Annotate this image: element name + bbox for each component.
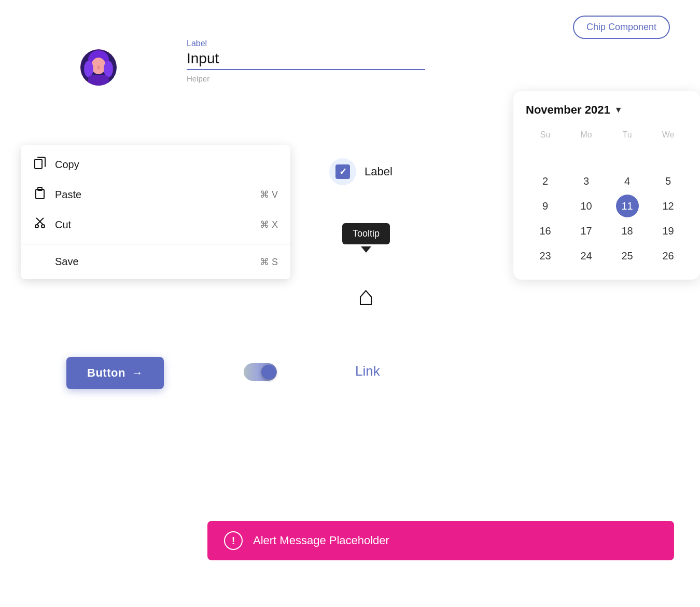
calendar: November 2021 ▼ Su Mo Tu We 2 3 4 5 9 10… (513, 91, 700, 280)
cal-day-9[interactable]: 9 (534, 195, 557, 217)
menu-item-save-label: Save (55, 256, 79, 268)
avatar-section (80, 49, 117, 86)
input-helper: Helper (187, 74, 425, 83)
avatar (80, 49, 117, 86)
input-field-wrapper (187, 50, 425, 70)
alert-banner: ! Alert Message Placeholder (207, 521, 674, 560)
main-button[interactable]: Button → (66, 357, 164, 389)
svg-point-5 (104, 61, 113, 77)
checkbox-label: Label (365, 165, 393, 178)
copy-icon (33, 157, 47, 172)
svg-line-13 (40, 222, 43, 225)
context-menu: Copy Paste ⌘ V (21, 145, 290, 279)
cal-header-su: Su (526, 127, 565, 143)
cal-day-23[interactable]: 23 (534, 244, 557, 267)
toggle-thumb (261, 365, 276, 379)
cal-day-empty-3 (616, 145, 639, 168)
tooltip-bubble: Tooltip (342, 223, 390, 244)
svg-point-3 (97, 65, 100, 70)
cal-day-10[interactable]: 10 (575, 195, 598, 217)
alert-message: Alert Message Placeholder (253, 534, 389, 547)
menu-item-paste-shortcut: ⌘ V (260, 189, 278, 200)
tooltip-text: Tooltip (353, 228, 380, 239)
menu-item-cut[interactable]: Cut ⌘ X (21, 210, 290, 240)
main-button-label: Button (87, 366, 125, 380)
tooltip-section: Tooltip (342, 223, 390, 253)
home-icon: ⌂ (358, 281, 374, 311)
toggle-section[interactable] (244, 363, 277, 381)
home-icon-section: ⌂ (358, 280, 374, 311)
cal-day-17[interactable]: 17 (575, 219, 598, 242)
menu-item-cut-label: Cut (55, 219, 71, 231)
checkbox-check-icon: ✓ (339, 166, 347, 177)
menu-item-save-shortcut: ⌘ S (260, 256, 278, 268)
tooltip-arrow (361, 246, 371, 253)
svg-rect-7 (35, 159, 42, 169)
menu-item-cut-shortcut: ⌘ X (260, 219, 278, 230)
svg-line-14 (36, 218, 40, 222)
checkbox-section: ✓ Label (329, 158, 393, 185)
context-menu-top-section: Copy Paste ⌘ V (21, 145, 290, 244)
calendar-grid: Su Mo Tu We 2 3 4 5 9 10 11 12 16 17 18 … (526, 127, 688, 267)
svg-line-12 (37, 222, 40, 225)
input-field[interactable] (187, 50, 425, 67)
cal-day-5[interactable]: 5 (657, 170, 680, 192)
input-label: Label (187, 39, 425, 48)
alert-exclamation: ! (232, 535, 235, 547)
menu-item-paste[interactable]: Paste ⌘ V (21, 180, 290, 210)
svg-point-10 (35, 225, 38, 228)
cal-day-4[interactable]: 4 (616, 170, 639, 192)
calendar-month-year: November 2021 (526, 103, 610, 117)
cal-day-empty-2 (575, 145, 598, 168)
cal-day-25[interactable]: 25 (616, 244, 639, 267)
cal-day-empty-1 (534, 145, 557, 168)
button-arrow-icon: → (132, 366, 144, 380)
cal-day-19[interactable]: 19 (657, 219, 680, 242)
cal-day-18[interactable]: 18 (616, 219, 639, 242)
cal-day-12[interactable]: 12 (657, 195, 680, 217)
checkbox-container[interactable]: ✓ Label (329, 158, 393, 185)
calendar-header: November 2021 ▼ (526, 103, 688, 117)
cal-day-empty-4 (657, 145, 680, 168)
toggle-track[interactable] (244, 363, 277, 381)
cal-day-16[interactable]: 16 (534, 219, 557, 242)
menu-item-save[interactable]: Save ⌘ S (21, 249, 290, 275)
menu-item-copy[interactable]: Copy (21, 149, 290, 180)
checkbox-box: ✓ (335, 164, 350, 179)
menu-item-paste-label: Paste (55, 189, 81, 201)
cal-day-2[interactable]: 2 (534, 170, 557, 192)
paste-icon (33, 187, 47, 202)
cal-header-tu: Tu (608, 127, 647, 143)
cal-day-11[interactable]: 11 (616, 195, 639, 217)
svg-point-11 (41, 225, 45, 228)
menu-item-copy-label: Copy (55, 159, 79, 171)
cal-header-mo: Mo (567, 127, 606, 143)
cal-day-3[interactable]: 3 (575, 170, 598, 192)
link-anchor[interactable]: Link (355, 363, 380, 379)
calendar-dropdown-icon[interactable]: ▼ (614, 105, 623, 115)
input-section: Label Helper (187, 39, 425, 83)
svg-line-15 (40, 218, 44, 222)
cal-day-26[interactable]: 26 (657, 244, 680, 267)
cal-header-we: We (649, 127, 688, 143)
alert-icon: ! (224, 531, 243, 550)
cal-day-24[interactable]: 24 (575, 244, 598, 267)
context-menu-bottom-section: Save ⌘ S (21, 244, 290, 279)
checkbox-background: ✓ (329, 158, 356, 185)
svg-rect-6 (88, 75, 109, 86)
cut-icon (33, 217, 47, 232)
svg-point-4 (84, 61, 93, 77)
chip-component-button[interactable]: Chip Component (573, 16, 670, 39)
